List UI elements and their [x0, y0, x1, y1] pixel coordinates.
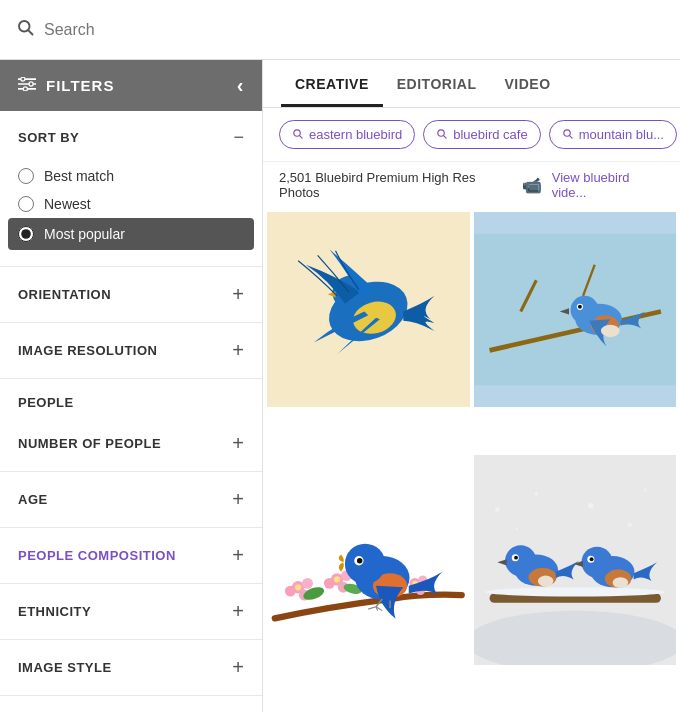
- main-layout: FILTERS ‹ SORT BY − Best match Newest Mo…: [0, 60, 680, 712]
- image-style-expand-icon: +: [232, 656, 244, 679]
- filter-section-orientation[interactable]: ORIENTATION +: [0, 267, 262, 323]
- svg-point-81: [515, 527, 518, 530]
- photo-grid: [263, 208, 680, 712]
- svg-point-76: [612, 577, 628, 588]
- tabs: CREATIVE EDITORIAL VIDEO: [263, 60, 680, 108]
- svg-point-72: [581, 546, 612, 577]
- ethnicity-label: ETHNICITY: [18, 604, 91, 619]
- svg-point-37: [295, 584, 301, 590]
- filter-icon: [18, 77, 36, 94]
- svg-point-79: [588, 502, 593, 507]
- sort-header: SORT BY −: [18, 127, 244, 148]
- svg-point-6: [29, 82, 33, 86]
- sort-option-best-match[interactable]: Best match: [18, 162, 244, 190]
- age-label: AGE: [18, 492, 48, 507]
- svg-point-62: [485, 587, 664, 596]
- chip-search-icon-2: [436, 128, 447, 142]
- people-composition-label: PEOPLE COMPOSITION: [18, 548, 176, 563]
- svg-line-9: [300, 135, 303, 138]
- image-resolution-expand-icon: +: [232, 339, 244, 362]
- sort-newest-label: Newest: [44, 196, 91, 212]
- number-of-people-label: NUMBER OF PEOPLE: [18, 436, 161, 451]
- svg-point-27: [570, 296, 598, 324]
- results-count: 2,501 Bluebird Premium High Res Photos: [279, 170, 512, 200]
- chip-search-icon-1: [292, 128, 303, 142]
- search-icon: [16, 18, 34, 41]
- sort-option-newest[interactable]: Newest: [18, 190, 244, 218]
- suggestion-mountain-blu[interactable]: mountain blu...: [549, 120, 677, 149]
- svg-line-11: [444, 135, 447, 138]
- sort-best-match-label: Best match: [44, 168, 114, 184]
- suggestion-mountain-blu-label: mountain blu...: [579, 127, 664, 142]
- content-area: CREATIVE EDITORIAL VIDEO eastern bluebir…: [263, 60, 680, 712]
- svg-point-7: [23, 87, 27, 91]
- svg-point-34: [302, 577, 313, 588]
- sidebar-header[interactable]: FILTERS ‹: [0, 60, 262, 111]
- filter-section-image-style[interactable]: IMAGE STYLE +: [0, 640, 262, 696]
- collapse-sort-icon[interactable]: −: [233, 127, 244, 148]
- suggestion-eastern-bluebird[interactable]: eastern bluebird: [279, 120, 415, 149]
- svg-point-51: [345, 543, 386, 584]
- svg-point-74: [589, 557, 593, 561]
- svg-point-77: [495, 507, 500, 512]
- svg-point-80: [643, 488, 646, 491]
- chevron-left-icon: ‹: [237, 74, 244, 97]
- suggestion-eastern-bluebird-label: eastern bluebird: [309, 127, 402, 142]
- svg-point-65: [505, 545, 536, 576]
- results-bar: 2,501 Bluebird Premium High Res Photos 📹…: [263, 162, 680, 208]
- ethnicity-expand-icon: +: [232, 600, 244, 623]
- svg-line-1: [28, 30, 32, 34]
- svg-line-13: [569, 135, 572, 138]
- chip-search-icon-3: [562, 128, 573, 142]
- suggestion-bluebird-cafe-label: bluebird cafe: [453, 127, 527, 142]
- filter-section-number-of-people[interactable]: NUMBER OF PEOPLE +: [0, 416, 262, 472]
- svg-point-69: [537, 575, 553, 586]
- photo-cell-3[interactable]: [267, 455, 470, 665]
- filters-label: FILTERS: [46, 77, 114, 94]
- age-expand-icon: +: [232, 488, 244, 511]
- svg-point-5: [21, 77, 25, 81]
- photo-cell-4[interactable]: [474, 455, 677, 665]
- image-resolution-label: IMAGE RESOLUTION: [18, 343, 157, 358]
- svg-point-53: [357, 558, 362, 563]
- svg-point-31: [600, 325, 619, 337]
- svg-point-78: [534, 491, 538, 495]
- photo-cell-1[interactable]: [267, 212, 470, 407]
- sidebar: FILTERS ‹ SORT BY − Best match Newest Mo…: [0, 60, 263, 712]
- suggestions-bar: eastern bluebird bluebird cafe: [263, 108, 680, 162]
- tab-creative[interactable]: CREATIVE: [281, 60, 383, 107]
- svg-point-42: [334, 576, 340, 582]
- photo-cell-2[interactable]: [474, 212, 677, 407]
- people-label: PEOPLE: [0, 379, 262, 416]
- suggestion-bluebird-cafe[interactable]: bluebird cafe: [423, 120, 540, 149]
- svg-point-60: [474, 610, 677, 664]
- view-video-link[interactable]: View bluebird vide...: [552, 170, 664, 200]
- image-style-label: IMAGE STYLE: [18, 660, 112, 675]
- filter-section-ethnicity[interactable]: ETHNICITY +: [0, 584, 262, 640]
- filter-section-people-composition[interactable]: PEOPLE COMPOSITION +: [0, 528, 262, 584]
- sort-section: SORT BY − Best match Newest Most popular: [0, 111, 262, 267]
- svg-point-67: [514, 555, 518, 559]
- number-of-people-expand-icon: +: [232, 432, 244, 455]
- sort-by-title: SORT BY: [18, 130, 79, 145]
- svg-point-82: [627, 522, 632, 527]
- search-bar: bluebird: [0, 0, 680, 60]
- tab-video[interactable]: VIDEO: [490, 60, 564, 107]
- svg-point-29: [577, 305, 581, 309]
- svg-point-36: [285, 585, 296, 596]
- sort-most-popular-label: Most popular: [44, 226, 125, 242]
- sort-option-most-popular[interactable]: Most popular: [8, 218, 254, 250]
- orientation-label: ORIENTATION: [18, 287, 111, 302]
- orientation-expand-icon: +: [232, 283, 244, 306]
- filter-section-age[interactable]: AGE +: [0, 472, 262, 528]
- svg-point-41: [324, 577, 335, 588]
- search-input[interactable]: bluebird: [44, 21, 664, 39]
- video-camera-icon: 📹: [522, 176, 542, 195]
- tab-editorial[interactable]: EDITORIAL: [383, 60, 491, 107]
- filter-section-image-resolution[interactable]: IMAGE RESOLUTION +: [0, 323, 262, 379]
- people-composition-expand-icon: +: [232, 544, 244, 567]
